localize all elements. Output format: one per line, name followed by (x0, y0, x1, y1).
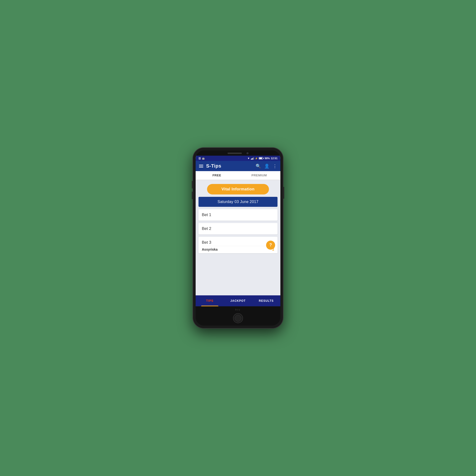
hamburger-line-1 (199, 165, 203, 165)
phone-screen-area: 🖼 🤖 ▼ ⚡ (196, 151, 280, 325)
question-badge[interactable]: ? (266, 241, 275, 250)
speaker-slot (227, 153, 242, 154)
header-icons: 🔍 👤 ⋮ (255, 164, 277, 169)
bet-3-sub-row: Assyriska 2 (202, 246, 274, 251)
tab-free[interactable]: FREE (196, 171, 238, 180)
vital-information-button[interactable]: Vital Information (207, 184, 269, 194)
wifi-icon: ▼ (247, 157, 250, 160)
nav-results[interactable]: RESULTS (252, 295, 280, 306)
status-right-info: ▼ ⚡ 98% 12:51 (247, 157, 277, 160)
clock: 12:51 (271, 157, 277, 160)
hamburger-line-3 (199, 167, 203, 168)
screen: 🖼 🤖 ▼ ⚡ (196, 156, 280, 306)
battery-percent: 98% (265, 157, 270, 160)
phone-device: 🖼 🤖 ▼ ⚡ (193, 148, 283, 328)
signal-bar-3 (253, 158, 253, 160)
volume-down-button[interactable] (192, 192, 193, 199)
notification-icon: 🖼 (199, 157, 201, 160)
status-left-icons: 🖼 🤖 (199, 157, 205, 160)
app-title: S-Tips (206, 163, 253, 169)
date-banner: Saturday 03 June 2017 (199, 197, 277, 207)
volume-up-button[interactable] (192, 181, 193, 188)
app-header: S-Tips 🔍 👤 ⋮ (196, 161, 280, 171)
signal-bar-2 (252, 158, 252, 160)
power-button[interactable] (283, 187, 284, 199)
signal-bar-1 (251, 159, 252, 160)
signal-bars (251, 157, 254, 160)
bottom-nav: TIPS JACKPOT RESULTS (196, 295, 280, 306)
bet-3-card[interactable]: Bet 3 ? Assyriska 2 (199, 237, 277, 253)
search-button[interactable]: 🔍 (255, 164, 261, 169)
status-bar: 🖼 🤖 ▼ ⚡ (196, 156, 280, 161)
phone-bottom-bar: htc (196, 306, 280, 325)
bet-2-label: Bet 2 (202, 226, 211, 231)
tab-premium[interactable]: PREMIUM (238, 171, 280, 180)
signal-bar-4 (253, 157, 254, 160)
home-button[interactable] (233, 313, 243, 323)
nav-jackpot[interactable]: JACKPOT (224, 295, 252, 306)
htc-logo: htc (235, 308, 241, 311)
nav-tips[interactable]: TIPS (196, 295, 224, 306)
hamburger-menu-button[interactable] (199, 165, 203, 168)
more-options-button[interactable]: ⋮ (273, 164, 277, 169)
bet-3-label: Bet 3 (202, 240, 211, 245)
bet-1-card[interactable]: Bet 1 (199, 209, 277, 221)
team-name-label: Assyriska (202, 248, 218, 251)
bet-1-label: Bet 1 (202, 213, 211, 217)
account-button[interactable]: 👤 (264, 164, 270, 169)
home-button-inner (235, 315, 241, 322)
battery-icon (259, 157, 264, 159)
content-area: Vital Information Saturday 03 June 2017 … (196, 180, 280, 295)
bet-2-card[interactable]: Bet 2 (199, 223, 277, 235)
charging-icon: ⚡ (255, 157, 258, 160)
phone-top-bar (196, 151, 280, 156)
front-camera (247, 152, 249, 154)
tabs-bar: FREE PREMIUM (196, 171, 280, 180)
hamburger-line-2 (199, 166, 203, 166)
android-icon: 🤖 (202, 157, 205, 160)
